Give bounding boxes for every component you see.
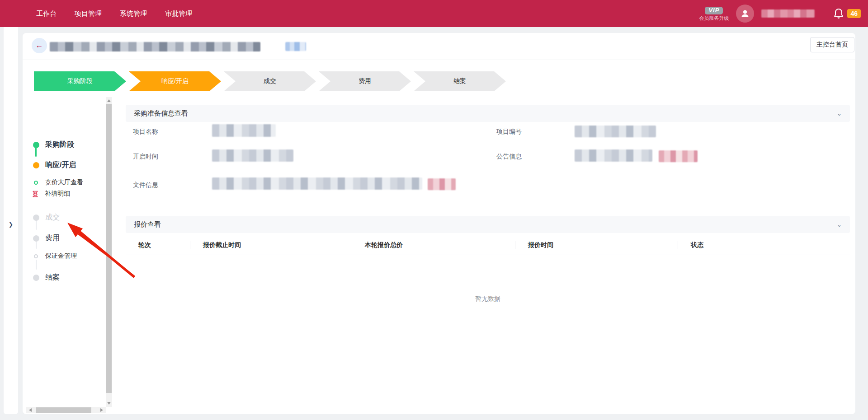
sidebar-item-closing[interactable]: 结案	[33, 273, 60, 282]
field-label-project-code: 项目编号	[496, 128, 522, 136]
step-fees[interactable]: 费用	[319, 71, 411, 91]
column-header-quote-deadline: 报价截止时间	[190, 241, 352, 249]
project-name-value-redacted	[212, 124, 276, 137]
hollow-gray-ring-icon	[34, 254, 38, 258]
console-home-button[interactable]: 主控台首页	[810, 37, 854, 52]
username-redacted[interactable]	[761, 9, 815, 18]
sidebar-item-supplement-detail[interactable]: 补填明细	[32, 190, 70, 198]
collapsed-side-drawer: ❯	[4, 27, 18, 414]
vip-icon: VIP	[705, 7, 723, 14]
sidebar-item-response-open[interactable]: 响应/开启	[33, 160, 76, 170]
sidebar-item-label: 费用	[45, 233, 60, 243]
column-header-status: 状态	[678, 241, 850, 249]
sidebar-item-bidding-hall[interactable]: 竞价大厅查看	[34, 178, 83, 187]
step-label: 成交	[264, 77, 276, 85]
gray-dot-icon	[33, 275, 39, 281]
sidebar-item-label: 响应/开启	[45, 160, 76, 170]
sidebar-item-label: 成交	[45, 213, 60, 222]
scroll-left-arrow[interactable]	[29, 408, 32, 412]
notice-info-value-redacted	[575, 149, 652, 162]
notice-link-redacted[interactable]	[659, 150, 698, 162]
vip-upgrade-label: 会员服务升级	[699, 15, 729, 21]
field-label-project-name: 项目名称	[133, 128, 158, 136]
step-deal[interactable]: 成交	[224, 71, 316, 91]
open-time-value-redacted	[212, 149, 293, 162]
hourglass-icon	[32, 191, 38, 197]
sidebar-horizontal-scrollbar[interactable]	[26, 407, 106, 413]
stage-timeline: 采购阶段 响应/开启 竞价大厅查看 补填明细 成交 费用 保证金管理	[23, 97, 106, 413]
field-label-notice-info: 公告信息	[496, 153, 522, 161]
process-steps: 采购阶段 响应/开启 成交 费用 结案	[34, 71, 509, 91]
user-avatar[interactable]	[736, 5, 754, 23]
sidebar-item-label: 竞价大厅查看	[45, 178, 83, 187]
field-label-file-info: 文件信息	[133, 181, 158, 189]
step-label: 采购阶段	[67, 77, 93, 85]
green-dot-icon	[33, 142, 39, 148]
back-arrow-icon: ←	[36, 41, 43, 50]
scroll-right-arrow[interactable]	[100, 408, 103, 412]
console-home-label: 主控台首页	[816, 41, 848, 49]
drawer-expand-button[interactable]: ❯	[8, 221, 14, 228]
nav-item-approval-management[interactable]: 审批管理	[165, 9, 192, 18]
nav-item-project-management[interactable]: 项目管理	[75, 9, 102, 18]
quote-section-header[interactable]: 报价查看 ⌄	[126, 216, 850, 233]
timeline-connector	[36, 260, 37, 270]
hollow-green-ring-icon	[34, 181, 38, 185]
field-label-open-time: 开启时间	[133, 153, 158, 161]
chevron-down-icon[interactable]: ⌄	[837, 110, 842, 117]
sidebar-item-deposit-management[interactable]: 保证金管理	[34, 252, 77, 260]
sidebar-vertical-scrollbar[interactable]	[106, 97, 112, 407]
status-tag-redacted	[285, 42, 306, 51]
step-label: 响应/开启	[161, 77, 189, 85]
project-code-value-redacted	[575, 126, 656, 137]
file-info-value-redacted	[212, 177, 422, 190]
gray-dot-icon	[33, 235, 39, 242]
sidebar-item-label: 保证金管理	[45, 252, 77, 260]
step-closing[interactable]: 结案	[414, 71, 506, 91]
vertical-scroll-thumb[interactable]	[106, 104, 112, 393]
notifications[interactable]: 46	[834, 8, 861, 19]
scroll-up-arrow[interactable]	[107, 99, 111, 102]
gray-dot-icon	[33, 215, 39, 221]
file-link-redacted[interactable]	[428, 178, 456, 190]
step-procurement-stage[interactable]: 采购阶段	[34, 71, 126, 91]
vip-upgrade[interactable]: VIP 会员服务升级	[699, 6, 729, 21]
sidebar-item-label: 采购阶段	[45, 140, 74, 149]
scroll-down-arrow[interactable]	[107, 402, 111, 405]
main-nav: 工作台 项目管理 系统管理 审批管理	[36, 0, 192, 27]
chevron-down-icon[interactable]: ⌄	[837, 221, 842, 228]
section-title: 采购准备信息查看	[134, 109, 188, 118]
bell-icon	[834, 8, 844, 19]
column-header-quote-time: 报价时间	[515, 241, 678, 249]
breadcrumb-row: ← 主控台首页	[23, 33, 855, 60]
project-title-redacted	[50, 42, 260, 51]
prep-info-section-header[interactable]: 采购准备信息查看 ⌄	[126, 105, 850, 122]
sidebar-item-procurement-stage[interactable]: 采购阶段	[33, 140, 74, 149]
person-icon	[740, 9, 750, 19]
orange-dot-icon	[33, 162, 39, 168]
main-panel: ← 主控台首页 采购阶段 响应/开启 成交 费用 结案 采购	[23, 33, 855, 414]
step-label: 费用	[359, 77, 371, 85]
empty-state-text: 暂无数据	[126, 295, 850, 303]
quote-table-header-row: 轮次 报价截止时间 本轮报价总价 报价时间 状态	[126, 235, 850, 255]
step-label: 结案	[453, 77, 466, 85]
notification-count-badge: 46	[847, 9, 861, 18]
horizontal-scroll-thumb[interactable]	[36, 407, 91, 413]
nav-item-workbench[interactable]: 工作台	[36, 9, 57, 18]
column-header-round: 轮次	[126, 241, 190, 249]
sidebar-item-deal[interactable]: 成交	[33, 213, 60, 222]
section-title: 报价查看	[134, 220, 161, 229]
sidebar-item-label: 补填明细	[45, 190, 70, 198]
topbar: 工作台 项目管理 系统管理 审批管理 VIP 会员服务升级 46	[0, 0, 868, 27]
step-response-open[interactable]: 响应/开启	[129, 71, 221, 91]
back-button[interactable]: ←	[32, 38, 47, 53]
nav-item-system-management[interactable]: 系统管理	[120, 9, 147, 18]
sidebar-item-fees[interactable]: 费用	[33, 233, 60, 243]
sidebar-item-label: 结案	[45, 273, 60, 282]
column-header-round-total-price: 本轮报价总价	[352, 241, 515, 249]
